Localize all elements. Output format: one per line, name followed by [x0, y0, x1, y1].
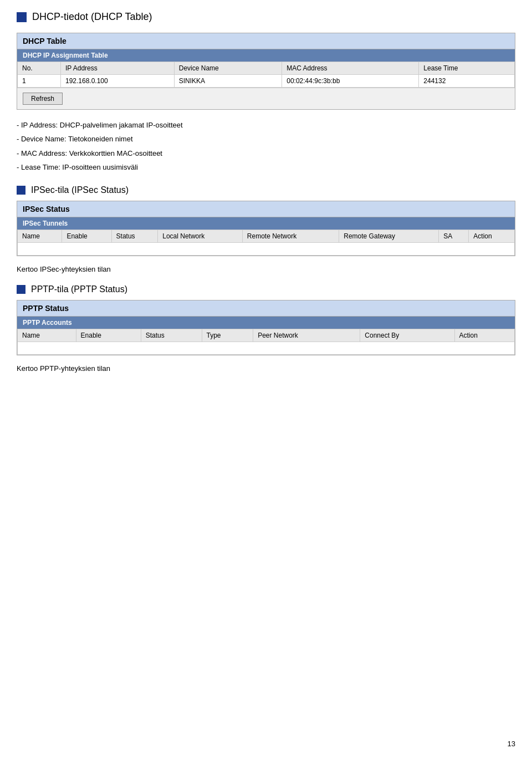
pptp-heading-icon	[17, 285, 25, 294]
pptp-empty-row	[18, 342, 515, 354]
col-device-name: Device Name	[174, 62, 282, 75]
ipsec-col-sa: SA	[439, 230, 469, 242]
dhcp-cell-device: SINIKKA	[174, 75, 282, 88]
dhcp-button-row: Refresh	[17, 88, 515, 109]
dhcp-cell-ip: 192.168.0.100	[60, 75, 174, 88]
pptp-col-peer-network: Peer Network	[253, 329, 360, 342]
ipsec-col-name: Name	[18, 230, 62, 242]
col-ip-address: IP Address	[60, 62, 174, 75]
pptp-col-connect-by: Connect By	[360, 329, 454, 342]
ipsec-info-text: Kertoo IPSec-yhteyksien tilan	[17, 265, 515, 273]
ipsec-heading: IPSec-tila (IPSec Status)	[17, 185, 515, 195]
title-icon	[17, 12, 27, 22]
dhcp-table-header-row: No. IP Address Device Name MAC Address L…	[18, 62, 515, 75]
col-lease-time: Lease Time	[419, 62, 515, 75]
ipsec-heading-icon	[17, 186, 25, 195]
pptp-heading: PPTP-tila (PPTP Status)	[17, 284, 515, 294]
ipsec-col-action: Action	[469, 230, 515, 242]
dhcp-desc-line1: - IP Address: DHCP-palvelimen jakamat IP…	[17, 119, 515, 131]
pptp-col-status: Status	[141, 329, 202, 342]
dhcp-table-row: 1192.168.0.100SINIKKA00:02:44:9c:3b:bb24…	[18, 75, 515, 88]
ipsec-table-header-row: Name Enable Status Local Network Remote …	[18, 230, 515, 242]
pptp-col-type: Type	[202, 329, 253, 342]
ipsec-col-enable: Enable	[62, 230, 111, 242]
dhcp-desc-line4: - Lease Time: IP-osoitteen uusimisväli	[17, 161, 515, 174]
col-no: No.	[18, 62, 61, 75]
ipsec-table: Name Enable Status Local Network Remote …	[17, 230, 515, 256]
dhcp-cell-no: 1	[18, 75, 61, 88]
ipsec-table-section: IPSec Status IPSec Tunnels Name Enable S…	[17, 201, 515, 256]
pptp-col-action: Action	[454, 329, 514, 342]
pptp-col-name: Name	[18, 329, 76, 342]
pptp-table-section: PPTP Status PPTP Accounts Name Enable St…	[17, 300, 515, 355]
dhcp-cell-lease: 244132	[419, 75, 515, 88]
ipsec-col-local-network: Local Network	[158, 230, 243, 242]
ipsec-col-remote-network: Remote Network	[242, 230, 339, 242]
ipsec-sub-title: IPSec Tunnels	[17, 217, 515, 230]
dhcp-table-section: DHCP Table DHCP IP Assignment Table No. …	[17, 33, 515, 110]
dhcp-desc-line3: - MAC Address: Verkkokorttien MAC-osoitt…	[17, 147, 515, 160]
pptp-table: Name Enable Status Type Peer Network Con…	[17, 329, 515, 355]
page-title: DHCP-tiedot (DHCP Table)	[17, 11, 515, 23]
pptp-box-title: PPTP Status	[17, 300, 515, 317]
pptp-col-enable: Enable	[76, 329, 141, 342]
ipsec-empty-row	[18, 242, 515, 255]
pptp-sub-title: PPTP Accounts	[17, 317, 515, 329]
refresh-button[interactable]: Refresh	[23, 93, 63, 105]
ipsec-col-remote-gateway: Remote Gateway	[339, 230, 439, 242]
col-mac-address: MAC Address	[282, 62, 419, 75]
dhcp-description: - IP Address: DHCP-palvelimen jakamat IP…	[17, 119, 515, 174]
ipsec-col-status: Status	[111, 230, 158, 242]
dhcp-table: No. IP Address Device Name MAC Address L…	[17, 62, 515, 88]
pptp-info-text: Kertoo PPTP-yhteyksien tilan	[17, 364, 515, 373]
dhcp-cell-mac: 00:02:44:9c:3b:bb	[282, 75, 419, 88]
dhcp-desc-line2: - Device Name: Tietokoneiden nimet	[17, 133, 515, 145]
pptp-table-header-row: Name Enable Status Type Peer Network Con…	[18, 329, 515, 342]
ipsec-box-title: IPSec Status	[17, 201, 515, 217]
dhcp-sub-title: DHCP IP Assignment Table	[17, 49, 515, 62]
dhcp-box-title: DHCP Table	[17, 33, 515, 49]
